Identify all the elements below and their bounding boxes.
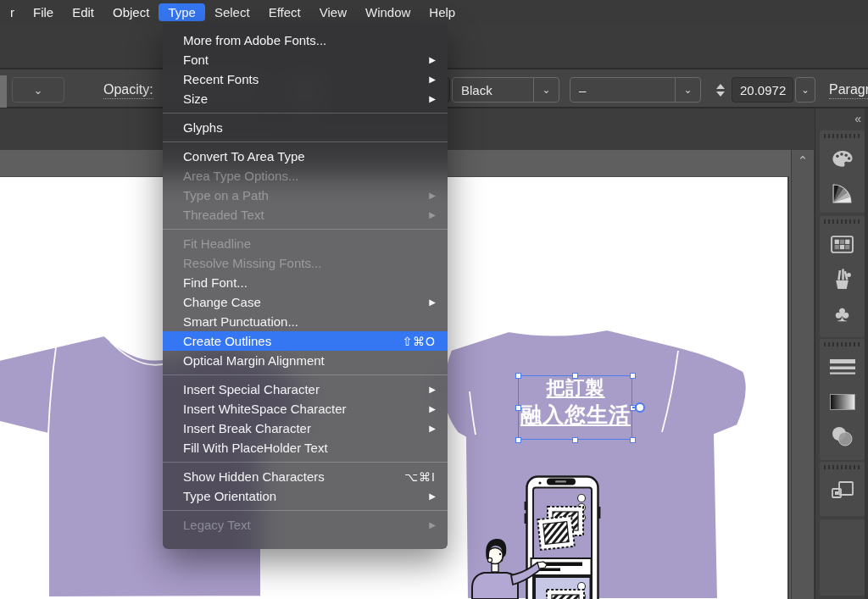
dock-group-artboards (820, 462, 865, 516)
type-menu-item-type-orientation[interactable]: Type Orientation ▶ (163, 486, 448, 506)
dock-edge (865, 108, 868, 599)
variable-width-select[interactable]: – ⌄ (570, 77, 701, 103)
menu-separator (163, 462, 448, 463)
type-menu-item-glyphs[interactable]: Glyphs ▶ (163, 118, 448, 137)
selection-handle-ne[interactable] (630, 373, 636, 379)
drag-grip-icon[interactable] (824, 134, 861, 138)
chevron-down-icon: ⌄ (675, 78, 700, 102)
opacity-label[interactable]: Opacity: (103, 82, 153, 99)
submenu-arrow-icon: ▶ (429, 404, 436, 413)
type-menu-item-font[interactable]: Font ▶ (163, 50, 448, 69)
angle-dropdown-button[interactable]: ⌄ (795, 77, 815, 103)
type-menu-item-insert-whitespace-character[interactable]: Insert WhiteSpace Character ▶ (163, 399, 448, 419)
value-stepper[interactable] (712, 77, 729, 103)
menubar-item-view[interactable]: View (310, 3, 356, 21)
type-menu-item-optical-margin-alignment[interactable]: Optical Margin Alignment ▶ (163, 351, 448, 370)
type-menu-item-area-type-options[interactable]: Area Type Options... ▶ (163, 166, 448, 186)
menubar-item-app-partial[interactable]: r (1, 3, 24, 21)
menu-separator (163, 141, 448, 142)
stroke-variant-select[interactable]: Black ⌄ (452, 77, 559, 103)
menu-separator (163, 510, 448, 511)
menubar-item-select[interactable]: Select (205, 3, 259, 21)
selection-rotate-widget[interactable] (635, 402, 645, 413)
type-menu-item-insert-break-character[interactable]: Insert Break Character ▶ (163, 419, 448, 438)
type-menu-item-insert-special-character[interactable]: Insert Special Character ▶ (163, 380, 448, 399)
panel-dock: « (815, 108, 868, 599)
artboards-panel-button[interactable] (828, 475, 857, 504)
type-menu-item-recent-fonts[interactable]: Recent Fonts ▶ (163, 69, 448, 89)
style-dropdown-button[interactable]: ⌄ (12, 77, 64, 103)
selection-bounding-box[interactable] (518, 375, 632, 440)
type-menu-item-create-outlines[interactable]: Create Outlines ⇧⌘O ▶ (163, 331, 448, 351)
transparency-panel-button[interactable] (828, 422, 857, 451)
menubar-item-window[interactable]: Window (356, 3, 420, 21)
menubar: rFileEditObjectTypeSelectEffectViewWindo… (0, 0, 868, 24)
dock-header: « (815, 108, 868, 129)
menubar-item-object[interactable]: Object (103, 3, 159, 21)
menu-separator (163, 113, 448, 114)
stepper-down-icon[interactable] (716, 92, 725, 97)
type-menu: More from Adobe Fonts... ▶ Font ▶ Recent… (163, 24, 448, 549)
type-menu-item-threaded-text[interactable]: Threaded Text ▶ (163, 205, 448, 225)
selection-handle-s[interactable] (572, 437, 578, 443)
gradient-panel-button[interactable] (828, 387, 857, 416)
type-menu-item-size[interactable]: Size ▶ (163, 89, 448, 108)
swatches-panel-button[interactable] (828, 230, 857, 258)
submenu-arrow-icon: ▶ (429, 297, 436, 307)
collapse-dock-icon[interactable]: « (854, 112, 860, 125)
type-menu-item-convert-to-area-type[interactable]: Convert To Area Type ▶ (163, 147, 448, 166)
submenu-arrow-icon: ▶ (429, 385, 436, 394)
paragraph-link[interactable]: Paragr (829, 82, 868, 99)
submenu-arrow-icon: ▶ (429, 55, 436, 64)
selection-handle-n[interactable] (572, 373, 578, 379)
vertical-scrollbar[interactable]: ⌃ (791, 150, 815, 599)
stroke-panel-button[interactable] (828, 352, 857, 381)
submenu-arrow-icon: ▶ (429, 94, 436, 103)
type-menu-item-fill-with-placeholder-text[interactable]: Fill With PlaceHolder Text ▶ (163, 438, 448, 458)
type-menu-item-type-on-a-path[interactable]: Type on a Path ▶ (163, 186, 448, 205)
submenu-arrow-icon: ▶ (429, 424, 436, 433)
transparency-circles-icon (831, 426, 854, 446)
brushes-cup-icon (832, 269, 852, 290)
stamp-front (537, 516, 575, 550)
symbols-panel-button[interactable]: ♣ (828, 299, 857, 328)
submenu-arrow-icon: ▶ (429, 491, 436, 501)
scroll-up-icon[interactable]: ⌃ (798, 153, 809, 599)
drag-grip-icon[interactable] (824, 465, 861, 469)
stepper-up-icon[interactable] (716, 84, 725, 89)
type-menu-item-change-case[interactable]: Change Case ▶ (163, 292, 448, 312)
dock-group-color (820, 130, 865, 213)
color-guide-panel-button[interactable] (828, 179, 857, 208)
swatches-grid-icon (831, 236, 854, 253)
type-menu-item-show-hidden-characters[interactable]: Show Hidden Characters ⌥⌘I ▶ (163, 467, 448, 486)
selection-handle-se[interactable] (630, 437, 636, 443)
menubar-item-effect[interactable]: Effect (259, 3, 310, 21)
menubar-item-file[interactable]: File (24, 3, 63, 21)
angle-input[interactable]: 20.0972 (732, 77, 793, 103)
selection-handle-sw[interactable] (515, 437, 521, 443)
type-menu-item-more-from-adobe-fonts[interactable]: More from Adobe Fonts... ▶ (163, 31, 448, 50)
type-menu-item-smart-punctuation[interactable]: Smart Punctuation... ▶ (163, 312, 448, 331)
type-menu-item-find-font[interactable]: Find Font... ▶ (163, 273, 448, 292)
color-panel-button[interactable] (828, 144, 857, 173)
menubar-item-edit[interactable]: Edit (63, 3, 103, 21)
submenu-arrow-icon: ▶ (429, 210, 436, 219)
chevron-down-icon: ⌄ (533, 78, 559, 102)
color-guide-fan-icon (832, 183, 853, 204)
type-menu-item-resolve-missing-fonts[interactable]: Resolve Missing Fonts... ▶ (163, 253, 448, 273)
drag-grip-icon[interactable] (824, 342, 861, 347)
dock-group-empty (820, 519, 865, 596)
menu-separator (163, 229, 448, 230)
selection-handle-nw[interactable] (515, 373, 521, 379)
brushes-panel-button[interactable] (828, 264, 857, 293)
dock-group-swatches: ♣ (820, 216, 865, 337)
type-menu-item-fit-headline[interactable]: Fit Headline ▶ (163, 234, 448, 253)
submenu-arrow-icon: ▶ (429, 75, 436, 84)
type-menu-item-legacy-text[interactable]: Legacy Text ▶ (163, 515, 448, 535)
selection-handle-w[interactable] (515, 405, 521, 411)
menubar-item-type[interactable]: Type (159, 3, 205, 21)
stamp-lower (547, 590, 584, 599)
drag-grip-icon[interactable] (824, 219, 861, 224)
submenu-arrow-icon: ▶ (429, 191, 436, 200)
menubar-item-help[interactable]: Help (420, 3, 465, 21)
